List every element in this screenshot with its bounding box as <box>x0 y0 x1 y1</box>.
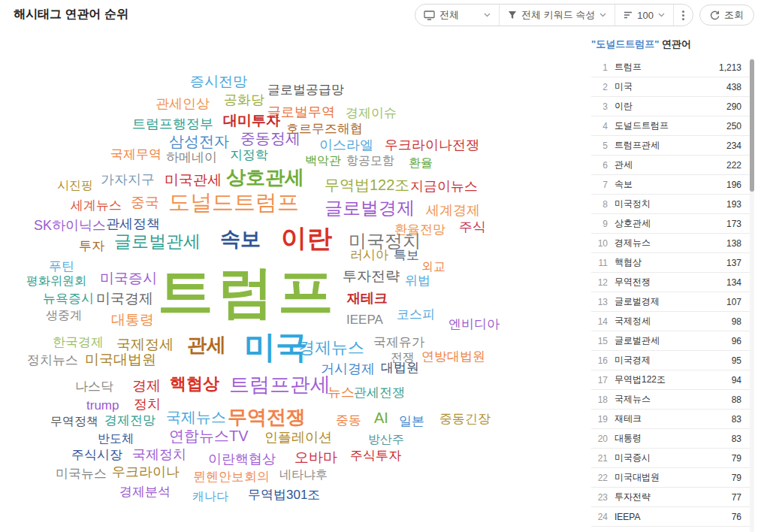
wordcloud-word[interactable]: 백악관 <box>305 155 341 167</box>
wordcloud-word[interactable]: 정치뉴스 <box>27 354 78 367</box>
wordcloud-word[interactable]: 경제뉴스 <box>298 340 364 356</box>
wordcloud-word[interactable]: 캐나다 <box>192 491 228 503</box>
wordcloud-word[interactable]: 국제정치 <box>132 448 186 461</box>
wordcloud-word[interactable]: 하메네이 <box>166 151 217 164</box>
wordcloud-word[interactable]: 국제무역 <box>110 148 162 161</box>
wordcloud-word[interactable]: 대미투자 <box>223 113 280 128</box>
related-term-row[interactable]: 12무역전쟁134 <box>591 273 753 292</box>
wordcloud-word[interactable]: 이란핵협상 <box>208 452 276 466</box>
wordcloud-word[interactable]: 환율 <box>409 157 433 169</box>
related-term-row[interactable]: 17무역법122조94 <box>591 370 753 390</box>
wordcloud-word[interactable]: 글로벌공급망 <box>267 83 344 96</box>
wordcloud-word[interactable]: 핵협상 <box>170 376 219 392</box>
wordcloud-word[interactable]: 오바마 <box>294 450 337 464</box>
related-term-row[interactable]: 11핵협상137 <box>591 253 753 273</box>
wordcloud-word[interactable]: 트럼프 <box>158 264 338 320</box>
wordcloud-word[interactable]: 관세정책 <box>106 217 160 231</box>
wordcloud-word[interactable]: 나스닥 <box>75 380 113 393</box>
wordcloud-word[interactable]: 대통령 <box>111 313 154 327</box>
wordcloud-word[interactable]: 경제분석 <box>119 485 171 498</box>
list-scrollbar[interactable] <box>750 58 754 532</box>
wordcloud-word[interactable]: 중동긴장 <box>439 413 491 425</box>
wordcloud-word[interactable]: 중동정세 <box>240 131 300 146</box>
related-term-row[interactable]: 13글로벌경제107 <box>591 292 753 312</box>
wordcloud-word[interactable]: 한국경제 <box>53 336 104 349</box>
wordcloud-word[interactable]: 시진핑 <box>57 180 93 192</box>
wordcloud-word[interactable]: 상호관세 <box>226 168 304 187</box>
wordcloud-word[interactable]: 뉴스 <box>328 385 355 399</box>
wordcloud-word[interactable]: trump <box>86 399 119 412</box>
wordcloud-word[interactable]: 국제뉴스 <box>166 410 226 425</box>
wordcloud-word[interactable]: 미국뉴스 <box>56 467 107 480</box>
wordcloud-word[interactable]: 주식시장 <box>71 449 122 461</box>
related-term-row[interactable]: 4도널드트럼프250 <box>591 116 753 136</box>
wordcloud-word[interactable]: 방산주 <box>368 434 404 446</box>
wordcloud-word[interactable]: 재테크 <box>347 292 388 305</box>
wordcloud-word[interactable]: 글로벌관세 <box>114 233 201 250</box>
scrollbar-thumb[interactable] <box>750 59 754 192</box>
wordcloud-word[interactable]: 네타냐후 <box>279 469 328 481</box>
wordcloud-word[interactable]: 연방대법원 <box>421 350 485 363</box>
wordcloud-word[interactable]: 무역전쟁 <box>228 407 306 427</box>
wordcloud-word[interactable]: 지금이뉴스 <box>410 180 478 193</box>
related-term-row[interactable]: 8미국정치193 <box>591 195 753 214</box>
related-term-row[interactable]: 20대통령83 <box>591 429 753 449</box>
wordcloud-word[interactable]: 세계뉴스 <box>71 199 122 212</box>
wordcloud-word[interactable]: IEEPA <box>346 313 383 326</box>
wordcloud-word[interactable]: 이란 <box>281 225 332 251</box>
wordcloud-word[interactable]: 미국증시 <box>100 271 157 286</box>
wordcloud-word[interactable]: 투자전략 <box>343 269 400 283</box>
wordcloud-word[interactable]: 경제전망 <box>104 414 156 427</box>
wordcloud-word[interactable]: 투자 <box>79 240 104 252</box>
wordcloud-word[interactable]: 국제유가 <box>373 336 424 349</box>
wordcloud-word[interactable]: 항공모함 <box>346 155 394 167</box>
related-term-row[interactable]: 1트럼프1,213 <box>591 58 753 77</box>
wordcloud-word[interactable]: 뉴욕증시 <box>43 292 94 305</box>
wordcloud-word[interactable]: 푸틴 <box>49 260 74 273</box>
wordcloud-word[interactable]: 생중계 <box>46 310 82 322</box>
wordcloud-word[interactable]: 중국 <box>131 195 159 210</box>
wordcloud-word[interactable]: 러시아 <box>350 249 388 261</box>
wordcloud-word[interactable]: 무역법122조 <box>325 177 409 192</box>
related-term-row[interactable]: 16미국경제95 <box>591 351 753 370</box>
wordcloud-word[interactable]: 외교 <box>421 261 445 273</box>
wordcloud-word[interactable]: 속보 <box>220 229 261 249</box>
related-term-row[interactable]: 15글로벌관세96 <box>591 331 753 351</box>
related-term-row[interactable]: 21미국증시79 <box>591 449 753 468</box>
wordcloud-word[interactable]: 트럼프행정부 <box>132 117 213 131</box>
related-term-row[interactable]: 9상호관세173 <box>591 214 753 234</box>
wordcloud-word[interactable]: 지정학 <box>230 149 268 162</box>
wordcloud-word[interactable]: 평화위원회 <box>26 275 86 287</box>
related-term-row[interactable]: 22미국대법원79 <box>591 468 753 488</box>
wordcloud-word[interactable]: 무역정책 <box>50 416 98 428</box>
wordcloud-word[interactable]: 주식투자 <box>350 449 401 462</box>
wordcloud-word[interactable]: SK하이닉스 <box>34 219 106 232</box>
related-term-row[interactable]: 6관세222 <box>591 156 753 175</box>
wordcloud-word[interactable]: 미국대법원 <box>85 352 156 367</box>
wordcloud-word[interactable]: 삼성전자 <box>169 134 229 149</box>
related-term-row[interactable]: 23투자전략77 <box>591 488 753 507</box>
related-term-row[interactable]: 5트럼프관세234 <box>591 136 753 156</box>
wordcloud-word[interactable]: 미국경제 <box>96 292 153 306</box>
related-term-row[interactable]: 14국제정세98 <box>591 312 753 331</box>
wordcloud-word[interactable]: 가자지구 <box>101 173 155 186</box>
related-term-row[interactable]: 18국제뉴스88 <box>591 390 753 410</box>
wordcloud-word[interactable]: 위법 <box>405 274 430 287</box>
wordcloud-word[interactable]: 트럼프관세 <box>229 375 331 395</box>
wordcloud-word[interactable]: 경제 <box>132 379 161 393</box>
wordcloud-word[interactable]: AI <box>374 410 388 425</box>
related-term-row[interactable]: 7속보196 <box>591 175 753 195</box>
wordcloud-word[interactable]: 글로벌경제 <box>325 199 415 217</box>
wordcloud-word[interactable]: 이스라엘 <box>319 138 373 152</box>
wordcloud-word[interactable]: 일본 <box>399 415 424 428</box>
related-term-row[interactable]: 3이란290 <box>591 97 753 116</box>
wordcloud-word[interactable]: 연합뉴스TV <box>169 428 249 443</box>
wordcloud-word[interactable]: 특보 <box>394 249 419 261</box>
related-term-row[interactable]: 10경제뉴스138 <box>591 234 753 253</box>
wordcloud-word[interactable]: 세계경제 <box>426 204 480 217</box>
wordcloud-word[interactable]: 우크라이나 <box>112 465 180 479</box>
wordcloud-word[interactable]: 미국관세 <box>165 173 222 187</box>
wordcloud-word[interactable]: 대법원 <box>381 361 419 374</box>
wordcloud-word[interactable]: 경제이슈 <box>346 107 397 119</box>
wordcloud-word[interactable]: 도널드트럼프 <box>168 192 299 213</box>
